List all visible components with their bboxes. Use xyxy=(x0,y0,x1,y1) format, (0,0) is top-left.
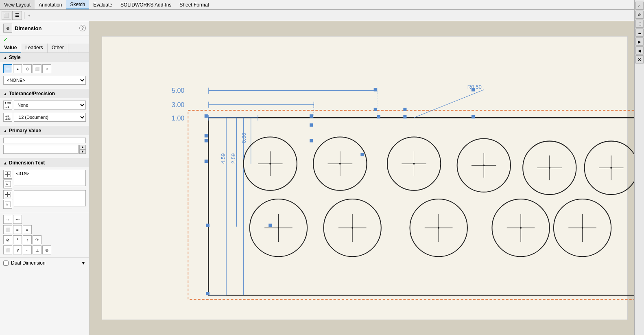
arrow-icon-1[interactable]: ↔ xyxy=(3,215,12,224)
primary-value-section: ▲ Primary Value ▲ ▼ xyxy=(0,126,89,158)
dual-dimension-label: Dual Dimension xyxy=(11,260,46,266)
dim-text-row-1: A <DIM> xyxy=(3,170,86,188)
diameter-icon[interactable]: ⊘ xyxy=(3,235,12,244)
svg-rect-50 xyxy=(403,115,406,118)
panel-header: ⊕ Dimension ? xyxy=(0,21,89,35)
menu-view-layout[interactable]: View Layout xyxy=(0,0,35,9)
menu-annotation[interactable]: Annotation xyxy=(35,0,66,9)
circle-plus-icon[interactable]: ⊕ xyxy=(42,245,51,254)
svg-point-68 xyxy=(413,163,415,164)
primary-value-content: ▲ ▼ xyxy=(0,135,89,158)
toolbar-list-btn[interactable]: ☰ xyxy=(12,11,22,20)
svg-point-80 xyxy=(610,167,612,169)
svg-rect-44 xyxy=(310,123,313,127)
menu-sketch[interactable]: Sketch xyxy=(66,0,90,9)
primary-value-section-header[interactable]: ▲ Primary Value xyxy=(0,126,89,135)
spinner-up[interactable]: ▲ xyxy=(79,145,86,149)
rt-btn-2[interactable]: ⟳ xyxy=(635,11,644,19)
panel-title: Dimension xyxy=(15,25,79,31)
tolerance-section: ▲ Tolerance/Precision 1.50-01 None .01.3… xyxy=(0,89,89,126)
tolerance-arrow: ▲ xyxy=(3,92,7,96)
style-icon-1[interactable]: — xyxy=(3,64,12,73)
tab-leaders[interactable]: Leaders xyxy=(21,44,47,53)
dual-dim-expand[interactable]: ▼ xyxy=(81,260,86,266)
primary-value-spinner-row: ▲ ▼ xyxy=(3,145,86,154)
dim-add-icon-2[interactable] xyxy=(3,190,12,199)
left-panel: ⊕ Dimension ? ✓ Value Leaders Other ▲ St… xyxy=(0,21,90,335)
check-icon-sm[interactable]: ∨ xyxy=(13,245,22,254)
tab-value[interactable]: Value xyxy=(0,44,21,53)
plus-minus-icon[interactable]: ↑ xyxy=(23,235,32,244)
svg-rect-52 xyxy=(360,153,364,156)
svg-rect-45 xyxy=(310,139,313,142)
style-icon-5[interactable]: ○ xyxy=(42,64,51,73)
style-icon-row: — ⬥ ◇ ⬜ ○ xyxy=(3,64,86,73)
tolerance-row-1: 1.50-01 None xyxy=(3,101,86,109)
align-center-icon[interactable]: ≡ xyxy=(13,225,22,234)
drawing-area[interactable]: 5.00 3.00 1.00 4.59 2.59 0.66 xyxy=(90,21,644,335)
svg-rect-10 xyxy=(102,36,627,320)
perp-icon[interactable]: ⊥ xyxy=(33,245,41,254)
svg-rect-46 xyxy=(269,224,272,227)
rt-btn-7[interactable]: ⦿ xyxy=(635,55,644,63)
help-button[interactable]: ? xyxy=(79,25,86,31)
rt-btn-5[interactable]: ▶ xyxy=(635,37,644,46)
dual-dimension-checkbox[interactable] xyxy=(3,261,9,266)
dimension-text-header[interactable]: ▲ Dimension Text xyxy=(0,158,89,167)
dim-textarea-1[interactable]: <DIM> xyxy=(14,170,86,186)
square-icon[interactable]: ↷ xyxy=(33,235,41,244)
tilde-icon[interactable]: ⁓ xyxy=(13,215,22,224)
toolbar-grid-btn[interactable]: ⬜ xyxy=(2,11,11,20)
bottom-icon-row-4: ⬜ ∨ ⌐ ⊥ ⊕ xyxy=(3,245,86,254)
svg-rect-41 xyxy=(206,224,210,227)
align-left-icon[interactable]: ⬜ xyxy=(3,225,12,234)
tolerance-dropdown-2[interactable]: .12 (Document) xyxy=(14,113,86,122)
box-icon[interactable]: ⬜ xyxy=(3,245,12,254)
bottom-icon-row-1: ↔ ⁓ xyxy=(3,215,86,224)
dim-add-icon[interactable] xyxy=(3,170,12,179)
bottom-icon-row-3: ⊘ ° ↑ ↷ xyxy=(3,235,86,244)
dim-text-icon-2[interactable]: A xyxy=(3,200,12,209)
svg-point-100 xyxy=(582,227,583,229)
dimension-icon: ⊕ xyxy=(3,24,12,33)
rt-btn-4[interactable]: ☁ xyxy=(635,28,644,37)
style-section-header[interactable]: ▲ Style xyxy=(0,53,89,62)
svg-text:4.59: 4.59 xyxy=(220,153,226,164)
style-dropdown[interactable]: <NONE> xyxy=(3,76,86,85)
dim-icon-col-2: A xyxy=(3,190,12,209)
dim-textarea-2[interactable] xyxy=(14,190,86,206)
rt-btn-6[interactable]: ◀ xyxy=(635,46,644,55)
tolerance-section-header[interactable]: ▲ Tolerance/Precision xyxy=(0,89,89,98)
dimension-text-content: A <DIM> A xyxy=(0,167,89,213)
dimension-text-label: Dimension Text xyxy=(9,160,45,166)
svg-rect-51 xyxy=(377,115,380,118)
primary-value-input-1[interactable] xyxy=(3,138,86,143)
tab-other[interactable]: Other xyxy=(48,44,68,53)
dim-text-row-2: A xyxy=(3,190,86,209)
tolerance-dropdown-1[interactable]: None xyxy=(14,101,86,109)
svg-rect-42 xyxy=(206,292,210,295)
corner-icon[interactable]: ⌐ xyxy=(23,245,32,254)
svg-rect-37 xyxy=(205,114,208,118)
spinner-down[interactable]: ▼ xyxy=(79,149,86,154)
align-right-icon[interactable]: ≡ xyxy=(23,225,32,234)
style-icon-3[interactable]: ◇ xyxy=(23,64,32,73)
degree-icon[interactable]: ° xyxy=(13,235,22,244)
rt-btn-3[interactable]: ⬚ xyxy=(635,20,644,28)
bottom-icons: ↔ ⁓ ⬜ ≡ ≡ ⊘ ° ↑ ↷ ⬜ ∨ ⌐ ⊥ ⊕ xyxy=(0,213,89,257)
toolbar-dot: ● xyxy=(26,13,31,18)
rt-btn-1[interactable]: ⌂ xyxy=(635,2,644,10)
style-icon-4[interactable]: ⬜ xyxy=(33,64,41,73)
menu-solidworks-addins[interactable]: SOLIDWORKS Add-Ins xyxy=(116,0,175,9)
svg-rect-39 xyxy=(205,139,208,142)
menubar: View Layout Annotation Sketch Evaluate S… xyxy=(0,0,644,10)
style-icon-2[interactable]: ⬥ xyxy=(13,64,22,73)
svg-text:3.00: 3.00 xyxy=(172,101,184,108)
dim-text-icon[interactable]: A xyxy=(3,180,12,188)
primary-value-input-2[interactable] xyxy=(3,145,79,154)
tolerance-icon-1: 1.50-01 xyxy=(3,101,12,109)
svg-rect-49 xyxy=(403,108,406,111)
menu-evaluate[interactable]: Evaluate xyxy=(89,0,116,9)
menu-sheet-format[interactable]: Sheet Format xyxy=(175,0,213,9)
confirm-check[interactable]: ✓ xyxy=(0,35,89,44)
